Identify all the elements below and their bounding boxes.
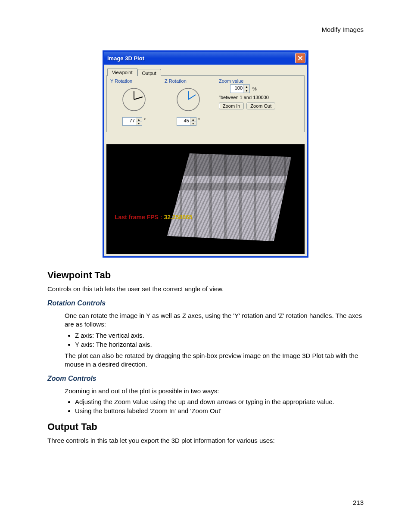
dialog-screenshot: Image 3D Plot Viewpoint Output Y Rotatio… xyxy=(47,50,364,258)
y-rotation-dial[interactable] xyxy=(121,86,147,113)
image-3d-plot-dialog: Image 3D Plot Viewpoint Output Y Rotatio… xyxy=(103,50,308,258)
spin-arrows: ▲ ▼ xyxy=(136,118,142,125)
fps-value: 32.258065 xyxy=(164,214,192,221)
fps-prefix: Last frame FPS : xyxy=(115,214,164,221)
list-item: Using the buttons labeled 'Zoom In' and … xyxy=(75,407,364,414)
z-rotation-unit: ° xyxy=(198,117,200,122)
spin-arrows: ▲ ▼ xyxy=(243,85,249,93)
spin-down-icon[interactable]: ▼ xyxy=(136,122,142,126)
heading-rotation-controls: Rotation Controls xyxy=(47,299,364,307)
close-icon xyxy=(298,56,303,61)
zoom-spin-row: 100 ▲ ▼ % xyxy=(219,84,301,93)
z-rotation-spinbox[interactable]: 45 ▲ ▼ xyxy=(177,117,196,126)
spin-up-icon[interactable]: ▲ xyxy=(190,118,196,122)
list-item: Adjusting the Zoom Value using the up an… xyxy=(75,398,364,405)
zoom-unit: % xyxy=(252,86,257,91)
output-intro: Three controls in this tab let you expor… xyxy=(47,437,364,444)
rotation-after: The plot can also be rotated by dragging… xyxy=(65,352,364,369)
zoom-intro: Zooming in and out of the plot is possib… xyxy=(65,387,364,395)
dialog-client: Viewpoint Output Y Rotation xyxy=(104,65,307,256)
z-rotation-value: 45 xyxy=(177,118,190,125)
y-rotation-spin-row: 77 ▲ ▼ ° xyxy=(110,117,158,126)
z-rotation-label: Z Rotation xyxy=(165,78,212,84)
viewpoint-intro: Controls on this tab lets the user set t… xyxy=(47,285,364,292)
spin-down-icon[interactable]: ▼ xyxy=(244,89,249,93)
z-rotation-spin-row: 45 ▲ ▼ ° xyxy=(165,117,212,126)
heading-output-tab: Output Tab xyxy=(47,421,364,432)
tab-strip: Viewpoint Output xyxy=(107,68,305,76)
z-rotation-group: Z Rotation 45 xyxy=(165,78,212,126)
zoom-value: 100 xyxy=(230,85,243,93)
zoom-spinbox[interactable]: 100 ▲ ▼ xyxy=(230,84,250,93)
tab-output[interactable]: Output xyxy=(137,69,161,76)
heading-viewpoint-tab: Viewpoint Tab xyxy=(47,270,364,281)
titlebar: Image 3D Plot xyxy=(104,52,307,65)
rotation-intro: One can rotate the image in Y as well as… xyxy=(65,311,364,329)
tab-panel-viewpoint: Y Rotation 77 xyxy=(106,75,305,132)
tab-viewpoint[interactable]: Viewpoint xyxy=(107,68,137,76)
y-rotation-unit: ° xyxy=(144,117,146,122)
zoom-label: Zoom value xyxy=(219,78,301,84)
plot-preview[interactable]: Last frame FPS : 32.258065 xyxy=(106,144,305,254)
zoom-out-button[interactable]: Zoom Out xyxy=(246,103,275,109)
zoom-in-button[interactable]: Zoom In xyxy=(219,103,244,109)
close-button[interactable] xyxy=(295,53,305,63)
y-rotation-label: Y Rotation xyxy=(110,78,158,84)
rotation-bullet-list: Z axis: The vertical axis. Y axis: The h… xyxy=(65,332,364,348)
list-item: Y axis: The horizontal axis. xyxy=(75,341,364,348)
spin-up-icon[interactable]: ▲ xyxy=(244,85,249,89)
z-rotation-dial[interactable] xyxy=(175,86,202,113)
y-rotation-value: 77 xyxy=(123,118,136,125)
spin-down-icon[interactable]: ▼ xyxy=(190,122,196,126)
spin-arrows: ▲ ▼ xyxy=(190,118,196,125)
window-title: Image 3D Plot xyxy=(107,55,144,62)
plot-surface xyxy=(167,153,291,241)
y-rotation-spinbox[interactable]: 77 ▲ ▼ xyxy=(122,117,142,126)
list-item: Z axis: The vertical axis. xyxy=(75,332,364,339)
zoom-group: Zoom value 100 ▲ ▼ % xyxy=(219,78,301,126)
zoom-bullet-list: Adjusting the Zoom Value using the up an… xyxy=(65,398,364,414)
fps-label: Last frame FPS : 32.258065 xyxy=(115,214,193,221)
heading-zoom-controls: Zoom Controls xyxy=(47,375,364,383)
zoom-button-row: Zoom In Zoom Out xyxy=(219,103,301,109)
spin-up-icon[interactable]: ▲ xyxy=(136,118,142,122)
y-rotation-group: Y Rotation 77 xyxy=(110,78,158,126)
page-header-section: Modify Images xyxy=(47,26,364,33)
page-number: 213 xyxy=(353,499,364,506)
zoom-range-hint: "between 1 and 130000 xyxy=(219,95,301,100)
